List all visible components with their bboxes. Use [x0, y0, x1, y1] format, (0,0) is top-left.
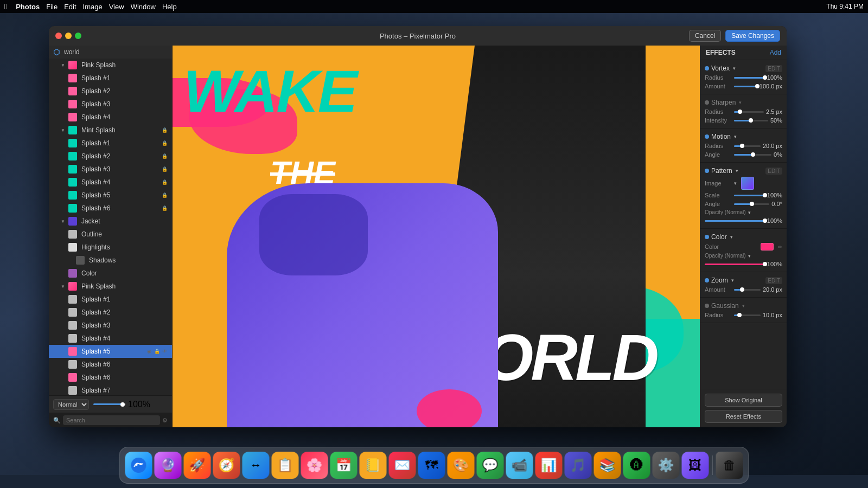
visible-icon[interactable]: 👁 — [161, 348, 168, 355]
effect-disabled-dot[interactable] — [705, 304, 709, 308]
list-item[interactable]: Outline — [49, 228, 172, 241]
safari-icon[interactable]: 🧭 — [213, 452, 240, 479]
pencil-icon[interactable]: ✏ — [778, 244, 782, 250]
list-item[interactable]: Splash #6 — [49, 371, 172, 384]
list-item[interactable]: Splash #3 — [49, 98, 172, 111]
effect-edit-button[interactable]: EDIT — [765, 277, 782, 284]
list-item[interactable]: Splash #2 🔒 — [49, 150, 172, 163]
show-original-button[interactable]: Show Original — [705, 394, 782, 407]
radius-slider[interactable] — [734, 145, 761, 147]
effect-motion-header[interactable]: Motion ▾ — [700, 132, 787, 142]
maps-icon[interactable]: 🗺 — [418, 452, 445, 479]
intensity-slider[interactable] — [734, 120, 768, 121]
menu-window[interactable]: Window — [131, 3, 156, 11]
angle-slider[interactable] — [734, 154, 771, 156]
list-item[interactable]: Splash #4 — [49, 111, 172, 124]
photos-icon[interactable]: 🌸 — [301, 452, 328, 479]
layer-group-pink-splash-1[interactable]: ▼ Pink Splash — [49, 59, 172, 72]
maximize-button[interactable] — [75, 33, 81, 39]
effect-edit-button[interactable]: EDIT — [765, 65, 782, 72]
list-item[interactable]: Splash #4 🔒 — [49, 176, 172, 189]
notes-icon[interactable]: 📋 — [272, 452, 299, 479]
layer-group-mint-splash[interactable]: ▼ Mint Splash 🔒 — [49, 124, 172, 137]
facetime-icon[interactable]: 📹 — [506, 452, 533, 479]
list-item[interactable]: Splash #2 — [49, 306, 172, 319]
minimize-button[interactable] — [65, 33, 72, 39]
opacity-slider[interactable] — [93, 403, 126, 405]
podcasts-icon[interactable]: 📚 — [594, 452, 621, 479]
list-item[interactable]: Splash #2 — [49, 85, 172, 98]
menu-image[interactable]: Image — [83, 3, 103, 11]
pixelmator-icon[interactable]: 🎨 — [448, 452, 475, 479]
effect-vortex-header[interactable]: Vortex ▾ EDIT — [700, 63, 787, 73]
menu-view[interactable]: View — [109, 3, 124, 11]
opacity-slider[interactable] — [705, 220, 765, 222]
list-item[interactable]: Splash #3 🔒 — [49, 163, 172, 176]
menu-file[interactable]: File — [46, 3, 58, 11]
migration-icon[interactable]: ↔️ — [242, 452, 270, 479]
effect-zoom-header[interactable]: Zoom ▾ EDIT — [700, 275, 787, 285]
angle-slider[interactable] — [734, 203, 769, 205]
calendar-icon[interactable]: 📅 — [330, 452, 358, 479]
effect-enabled-dot[interactable] — [705, 169, 709, 173]
list-item-selected[interactable]: Splash #5 ◉ 🔒 👁 — [49, 345, 172, 358]
menu-help[interactable]: Help — [162, 3, 177, 11]
pattern-swatch[interactable] — [741, 177, 754, 190]
list-item[interactable]: Splash #5 🔒 — [49, 189, 172, 202]
radius-slider[interactable] — [734, 77, 765, 79]
trash-icon[interactable]: 🗑 — [716, 452, 743, 479]
effect-edit-button[interactable]: EDIT — [765, 168, 782, 175]
preferences-icon[interactable]: ⚙️ — [653, 452, 680, 479]
list-item[interactable]: Splash #6 🔒 — [49, 202, 172, 215]
launchpad-icon[interactable]: 🚀 — [184, 452, 211, 479]
cancel-button[interactable]: Cancel — [689, 30, 721, 42]
amount-slider[interactable] — [734, 289, 761, 291]
radius-slider[interactable] — [734, 314, 761, 316]
settings-icon[interactable]: ⚙ — [162, 417, 168, 424]
contacts-icon[interactable]: 📒 — [360, 452, 387, 479]
list-item[interactable]: Splash #3 — [49, 319, 172, 332]
blend-mode-select[interactable]: Normal — [53, 399, 89, 410]
photo-library-icon[interactable]: 🖼 — [682, 452, 709, 479]
list-item[interactable]: Splash #4 — [49, 332, 172, 345]
effect-enabled-dot[interactable] — [705, 278, 709, 282]
lock-icon-row[interactable]: 🔒 — [154, 348, 160, 355]
siri-icon[interactable]: 🔮 — [155, 452, 182, 479]
menu-edit[interactable]: Edit — [64, 3, 76, 11]
list-item[interactable]: Splash #1 🔒 — [49, 137, 172, 150]
reset-effects-button[interactable]: Reset Effects — [705, 410, 782, 423]
effect-enabled-dot[interactable] — [705, 235, 709, 239]
effect-sharpen-header[interactable]: Sharpen ▾ — [700, 98, 787, 107]
layer-group-pink-splash-2[interactable]: ▼ Pink Splash — [49, 280, 172, 293]
effect-color-header[interactable]: Color ▾ — [700, 232, 787, 242]
effects-add-button[interactable]: Add — [770, 49, 781, 56]
numbers-icon[interactable]: 📊 — [535, 452, 563, 479]
list-item[interactable]: Splash #7 — [49, 384, 172, 395]
layer-root[interactable]: ⬡ world — [49, 46, 172, 59]
list-item[interactable]: Color — [49, 267, 172, 280]
effect-pattern-header[interactable]: Pattern ▾ EDIT — [700, 166, 787, 176]
menu-photos[interactable]: Photos — [16, 3, 40, 11]
effect-enabled-dot[interactable] — [705, 134, 709, 139]
effect-disabled-dot[interactable] — [705, 100, 709, 105]
list-item[interactable]: Splash #1 — [49, 293, 172, 306]
eye-icon[interactable]: ◉ — [146, 348, 152, 355]
color-swatch[interactable] — [761, 243, 774, 251]
scale-slider[interactable] — [734, 195, 765, 196]
apple-menu[interactable]:  — [4, 2, 7, 11]
close-button[interactable] — [55, 33, 62, 39]
list-item[interactable]: Shadows — [49, 254, 172, 267]
mail-icon[interactable]: ✉️ — [389, 452, 416, 479]
list-item[interactable]: Splash #1 — [49, 72, 172, 85]
list-item[interactable]: Splash #6 — [49, 358, 172, 371]
layer-group-jacket[interactable]: ▼ Jacket — [49, 215, 172, 228]
messages-icon[interactable]: 💬 — [477, 452, 504, 479]
list-item[interactable]: Highlights — [49, 241, 172, 254]
finder-icon[interactable] — [125, 452, 152, 479]
effect-enabled-dot[interactable] — [705, 66, 709, 70]
radius-slider[interactable] — [734, 111, 764, 113]
save-changes-button[interactable]: Save Changes — [725, 30, 780, 42]
effect-gaussian-header[interactable]: Gaussian ▾ — [700, 301, 787, 311]
music-icon[interactable]: 🎵 — [565, 452, 592, 479]
search-input[interactable] — [63, 415, 160, 425]
